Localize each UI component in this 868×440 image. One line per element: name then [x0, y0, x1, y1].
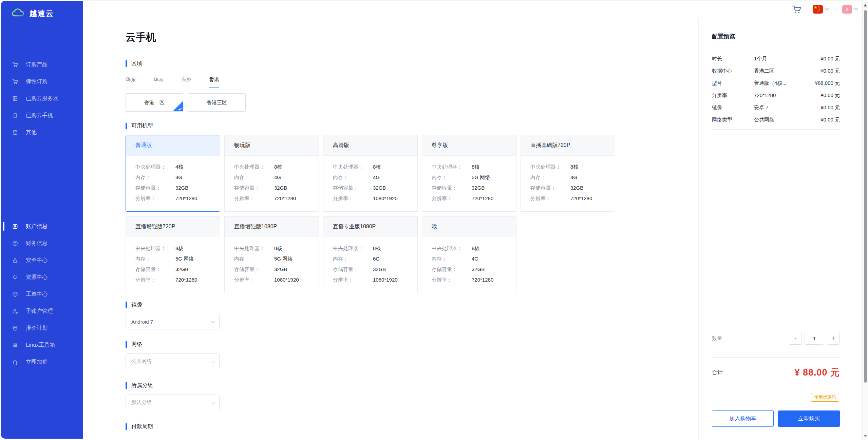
summary-row: 数据中心 香港二区 ¥0.00 元 — [712, 65, 840, 77]
zone-card-hk2[interactable]: 香港二区 — [126, 93, 183, 112]
tab-huanan[interactable]: 华南 — [153, 77, 164, 88]
tag-icon — [12, 274, 18, 281]
tab-overseas[interactable]: 海外 — [181, 77, 191, 88]
cart-icon — [12, 61, 18, 68]
zone-list: 香港二区 香港三区 — [126, 93, 698, 112]
model-card[interactable]: 直播增强版720P 中央处理器：8核 内存：5G 网络 存储容量：32GB 分辨… — [126, 216, 220, 293]
total-price: ¥ 88.00 元 — [794, 366, 840, 379]
notification-menu[interactable]: 3 — [842, 5, 857, 14]
chevron-down-icon — [211, 319, 215, 323]
models-section-header: 可用机型 — [126, 122, 698, 130]
chevron-down-icon — [211, 359, 215, 363]
scroll-up-icon[interactable] — [864, 4, 867, 6]
sidebar-item-referral-program[interactable]: 推介计划 — [1, 320, 83, 337]
tab-huadong[interactable]: 华东 — [126, 77, 136, 88]
scroll-down-icon[interactable] — [864, 435, 867, 437]
cart-icon — [12, 78, 18, 85]
quantity-plus-button[interactable]: + — [827, 332, 840, 345]
china-flag-icon: ★ ★ ★ ★ ★ — [813, 5, 823, 14]
config-preview-panel: 配置预览 时长 1个月 ¥0.00 元 数据中心 香港二区 ¥0.00 元 型号… — [698, 18, 854, 440]
sidebar-item-resource-center[interactable]: 资源中心 — [1, 269, 83, 286]
section-marker — [126, 382, 127, 389]
chevron-down-icon — [854, 6, 858, 10]
scrollbar-thumb[interactable] — [864, 10, 867, 383]
model-card[interactable]: 唉 中央处理器：8核 内存：4G 存储容量：32GB 分辨率：720*1280 — [422, 216, 516, 293]
chevron-down-icon — [825, 6, 829, 10]
region-section-header: 区域 — [126, 60, 698, 67]
total-row: 合计 ¥ 88.00 元 — [712, 366, 840, 379]
group-section-header: 所属分组 — [126, 382, 698, 389]
divider — [712, 357, 840, 358]
database-icon — [12, 325, 18, 331]
model-card[interactable]: 尊享版 中央处理器：8核 内存：5G 网络 存储容量：32GB 分辨率：720*… — [422, 135, 516, 212]
quantity-minus-button[interactable]: - — [789, 332, 802, 345]
yen-circle-icon — [12, 240, 18, 247]
language-selector[interactable]: ★ ★ ★ ★ ★ — [813, 5, 828, 14]
sidebar-divider — [15, 178, 69, 178]
summary-rows: 时长 1个月 ¥0.00 元 数据中心 香港二区 ¥0.00 元 型号 普通版（… — [712, 53, 840, 126]
section-marker — [126, 302, 127, 308]
divider — [712, 129, 840, 130]
id-card-icon — [12, 223, 18, 230]
summary-row: 镜像 安卓 7 ¥0.00 元 — [712, 101, 840, 114]
sidebar-item-security-center[interactable]: 安全中心 — [1, 252, 83, 269]
phone-icon — [12, 112, 18, 119]
summary-row: 网络类型 公共网络 ¥0.00 元 — [712, 114, 840, 126]
model-card[interactable]: 直播专业版1080P 中央处理器：8核 内存：6G 存储容量：32GB 分辨率：… — [323, 216, 418, 293]
sidebar-item-linux-toolbox[interactable]: Linux工具箱 — [1, 337, 83, 353]
shopping-cart-icon[interactable] — [792, 5, 801, 14]
lock-icon — [12, 257, 18, 264]
model-card[interactable]: 直播基础版720P 中央处理器：8核 内存：4G 存储容量：32GB 分辨率：7… — [521, 135, 615, 212]
region-tabs: 华东 华南 海外 香港 — [126, 77, 692, 88]
sidebar-item-ticket-center[interactable]: 工单中心 — [1, 286, 83, 303]
sidebar-item-join-group[interactable]: 立即加群 — [1, 353, 83, 370]
active-indicator — [3, 222, 4, 231]
model-card[interactable]: 畅玩版 中央处理器：8核 内存：4G 存储容量：32GB 分辨率：720*128… — [224, 135, 319, 212]
cube-icon — [12, 291, 18, 298]
topbar: ★ ★ ★ ★ ★ 3 — [83, 0, 862, 18]
sidebar-item-flexible-order[interactable]: 弹性订购 — [1, 73, 83, 90]
model-card[interactable]: 普通版 中央处理器：4核 内存：3G 存储容量：32GB 分辨率：720*128… — [126, 135, 220, 212]
network-select[interactable]: 公共网络 — [126, 353, 220, 369]
add-to-cart-button[interactable]: 加入购物车 — [712, 410, 774, 427]
summary-row: 分辨率 720*1280 ¥0.00 元 — [712, 89, 840, 101]
quantity-input[interactable] — [805, 332, 824, 345]
group-select[interactable]: 默认分组 — [126, 395, 220, 410]
quantity-stepper: - + — [789, 332, 840, 345]
logo[interactable]: 越速云 — [1, 1, 83, 20]
sidebar-item-others[interactable]: 其他 — [1, 124, 83, 141]
zone-card-hk3[interactable]: 香港三区 — [188, 93, 246, 112]
sidebar-item-finance-info[interactable]: 财务信息 — [1, 235, 83, 252]
user-manage-icon — [12, 308, 18, 314]
gear-icon — [12, 342, 18, 348]
use-coupon-button[interactable]: 使用优惠码 — [811, 393, 839, 402]
sidebar-item-order-products[interactable]: 订购产品 — [1, 56, 83, 73]
sidebar-item-account-info[interactable]: 账户信息 — [1, 218, 83, 235]
server-icon — [12, 95, 18, 102]
sidebar-item-sub-account-management[interactable]: 子账户管理 — [1, 303, 83, 320]
tab-hongkong[interactable]: 香港 — [209, 77, 219, 88]
model-card[interactable]: 高清版 中央处理器：8核 内存：4G 存储容量：32GB 分辨率：1080*19… — [323, 135, 418, 212]
sidebar-item-purchased-cloud-servers[interactable]: 已购云服务器 — [1, 90, 83, 107]
section-marker — [126, 123, 127, 129]
section-marker — [126, 60, 127, 67]
quantity-row: 数量 - + — [712, 332, 840, 345]
image-select[interactable]: Android 7 — [126, 314, 220, 329]
headset-icon — [12, 359, 18, 365]
summary-row: 型号 普通版（4核... ¥88.000 元 — [712, 77, 840, 89]
action-buttons: 加入购物车 立即购买 — [712, 410, 840, 427]
sidebar-item-purchased-cloud-phones[interactable]: 已购云手机 — [1, 107, 83, 124]
buy-now-button[interactable]: 立即购买 — [778, 410, 840, 427]
model-card[interactable]: 直播增强版1080P 中央处理器：8核 内存：5G 网络 存储容量：32GB 分… — [224, 216, 319, 293]
divider — [712, 45, 840, 45]
payment-section-header: 付款周期 — [126, 423, 698, 430]
sidebar-menu-bottom: 账户信息 财务信息 安全中心 资源中心 工单中心 子账户管理 推介计划 Lin — [1, 218, 83, 370]
image-section-header: 镜像 — [126, 301, 698, 308]
sidebar: 越速云 订购产品 弹性订购 已购云服务器 已购云手机 其他 账户信息 — [1, 1, 83, 439]
main-content: 云手机 区域 华东 华南 海外 香港 香港二区 香港三区 可用机型 普通版 中央… — [83, 18, 698, 440]
panel-title: 配置预览 — [712, 33, 854, 40]
section-marker — [126, 423, 127, 430]
model-grid: 普通版 中央处理器：4核 内存：3G 存储容量：32GB 分辨率：720*128… — [126, 135, 624, 293]
page-scrollbar[interactable] — [862, 0, 868, 440]
logo-text: 越速云 — [30, 8, 54, 19]
